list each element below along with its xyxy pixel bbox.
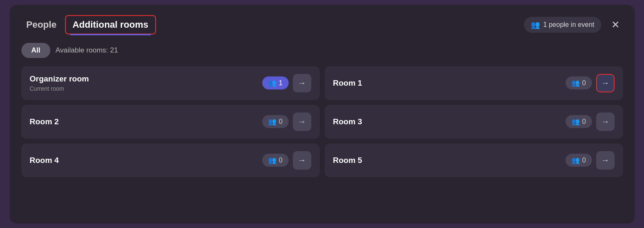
filter-bar: All Available rooms: 21 bbox=[21, 43, 623, 58]
room-info-room4: Room 4 bbox=[30, 156, 59, 165]
people-icon-organizer: 👥 bbox=[268, 79, 276, 87]
join-button-room4[interactable]: → bbox=[293, 151, 311, 170]
room-info-room1: Room 1 bbox=[333, 79, 362, 88]
people-icon-room1: 👥 bbox=[571, 79, 580, 87]
room-count-room1: 👥 0 bbox=[566, 76, 592, 89]
room-card-room5: Room 5 👥 0 → bbox=[325, 144, 623, 177]
join-arrow-icon-room3: → bbox=[601, 117, 610, 126]
join-button-room5[interactable]: → bbox=[596, 151, 615, 170]
people-icon-room2: 👥 bbox=[268, 118, 276, 126]
modal-header: People Additional rooms 👥 1 people in ev… bbox=[21, 15, 623, 34]
people-icon-room5: 👥 bbox=[571, 156, 580, 164]
tab-bar: People Additional rooms bbox=[21, 15, 156, 34]
people-icon-room4: 👥 bbox=[268, 156, 276, 164]
room-info-room5: Room 5 bbox=[333, 156, 362, 165]
header-right: 👥 1 people in event ✕ bbox=[524, 17, 623, 33]
room-count-room5: 👥 0 bbox=[566, 154, 592, 167]
count-value-room3: 0 bbox=[582, 118, 586, 126]
count-value-room5: 0 bbox=[582, 157, 586, 164]
people-badge-icon: 👥 bbox=[531, 20, 540, 29]
join-arrow-icon-room1: → bbox=[601, 78, 610, 88]
tab-additional-rooms[interactable]: Additional rooms bbox=[65, 15, 156, 34]
count-value-room1: 0 bbox=[582, 79, 586, 87]
available-rooms-label: Available rooms: 21 bbox=[55, 46, 118, 55]
room-name-room1: Room 1 bbox=[333, 79, 362, 88]
room-actions-room5: 👥 0 → bbox=[566, 151, 615, 170]
room-info-room3: Room 3 bbox=[333, 117, 362, 126]
room-actions-room1: 👥 0 → bbox=[566, 74, 615, 92]
room-count-room2: 👥 0 bbox=[262, 115, 289, 128]
modal-panel: People Additional rooms 👥 1 people in ev… bbox=[10, 5, 635, 223]
join-arrow-icon-room5: → bbox=[601, 155, 610, 165]
room-info-room2: Room 2 bbox=[30, 117, 59, 126]
join-arrow-icon-room2: → bbox=[298, 117, 306, 126]
join-button-room3[interactable]: → bbox=[596, 113, 615, 131]
join-button-room1[interactable]: → bbox=[596, 74, 615, 92]
count-value-organizer: 1 bbox=[279, 79, 283, 87]
join-arrow-icon-organizer: → bbox=[298, 78, 306, 88]
room-name-room2: Room 2 bbox=[30, 117, 59, 126]
tab-people[interactable]: People bbox=[21, 16, 62, 34]
room-name-room4: Room 4 bbox=[30, 156, 59, 165]
room-card-room1: Room 1 👥 0 → bbox=[325, 66, 623, 100]
people-icon-room3: 👥 bbox=[571, 118, 580, 126]
room-actions-room3: 👥 0 → bbox=[566, 113, 615, 131]
room-actions-room4: 👥 0 → bbox=[262, 151, 311, 170]
room-count-room3: 👥 0 bbox=[566, 115, 592, 128]
room-card-organizer: Organizer room Current room 👥 1 → bbox=[21, 66, 320, 100]
rooms-grid: Organizer room Current room 👥 1 → Room 1 bbox=[21, 66, 623, 177]
room-name-room3: Room 3 bbox=[333, 117, 362, 126]
room-actions-room2: 👥 0 → bbox=[262, 113, 311, 131]
room-count-room4: 👥 0 bbox=[262, 154, 289, 167]
count-value-room4: 0 bbox=[279, 157, 283, 164]
join-button-organizer[interactable]: → bbox=[293, 74, 311, 92]
close-button[interactable]: ✕ bbox=[608, 17, 623, 32]
room-actions-organizer: 👥 1 → bbox=[262, 74, 311, 92]
people-count-label: 1 people in event bbox=[543, 21, 594, 29]
filter-all-button[interactable]: All bbox=[21, 43, 51, 58]
people-in-event-badge: 👥 1 people in event bbox=[524, 17, 601, 33]
room-card-room3: Room 3 👥 0 → bbox=[325, 105, 623, 139]
count-value-room2: 0 bbox=[279, 118, 283, 126]
room-name-organizer: Organizer room bbox=[30, 74, 89, 84]
room-count-organizer: 👥 1 bbox=[262, 76, 289, 89]
join-arrow-icon-room4: → bbox=[298, 155, 306, 165]
join-button-room2[interactable]: → bbox=[293, 113, 311, 131]
room-card-room4: Room 4 👥 0 → bbox=[21, 144, 320, 177]
room-subtitle-organizer: Current room bbox=[30, 85, 89, 92]
room-card-room2: Room 2 👥 0 → bbox=[21, 105, 320, 139]
room-name-room5: Room 5 bbox=[333, 156, 362, 165]
room-info-organizer: Organizer room Current room bbox=[30, 74, 89, 92]
